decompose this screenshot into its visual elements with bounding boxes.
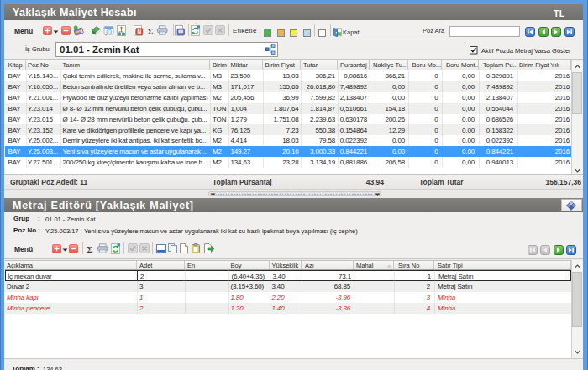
svg-text:Σ: Σ	[148, 27, 154, 36]
svg-text:Σ: Σ	[87, 245, 93, 254]
svg-text:N: N	[137, 29, 141, 34]
